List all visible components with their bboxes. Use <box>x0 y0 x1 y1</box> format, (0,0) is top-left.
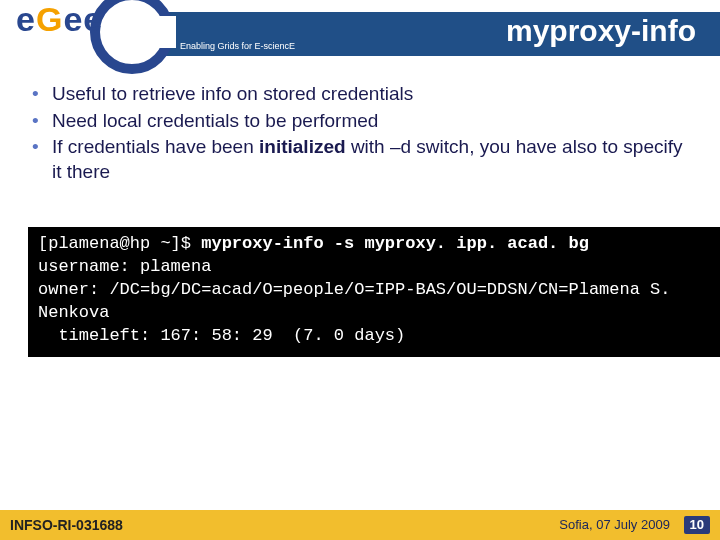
logo-text: eGee <box>16 0 103 39</box>
logo-letter: e <box>63 0 83 38</box>
bullet-bold: initialized <box>259 136 346 157</box>
bullet-text: If credentials have been <box>52 136 259 157</box>
terminal-line: timeleft: 167: 58: 29 (7. 0 days) <box>38 326 405 345</box>
terminal-line: owner: /DC=bg/DC=acad/O=people/O=IPP-BAS… <box>38 280 681 322</box>
content-body: Useful to retrieve info on stored creden… <box>0 64 720 357</box>
page-number: 10 <box>684 516 710 534</box>
logo-letter: G <box>36 0 63 38</box>
bullet-list: Useful to retrieve info on stored creden… <box>28 82 692 185</box>
footer-left: INFSO-RI-031688 <box>0 517 123 533</box>
footer: INFSO-RI-031688 Sofia, 07 July 2009 10 <box>0 510 720 540</box>
bullet-text: Useful to retrieve info on stored creden… <box>52 83 413 104</box>
logo-letter: e <box>16 0 36 38</box>
logo-letter: e <box>83 0 103 38</box>
page-title: myproxy-info <box>506 14 696 48</box>
terminal-line: username: plamena <box>38 257 211 276</box>
slide: eGee myproxy-info Enabling Grids for E-s… <box>0 0 720 540</box>
header: eGee myproxy-info Enabling Grids for E-s… <box>0 0 720 64</box>
egee-logo: eGee <box>4 0 164 66</box>
bullet-text: Need local credentials to be performed <box>52 110 378 131</box>
footer-location-date: Sofia, 07 July 2009 <box>559 517 670 532</box>
terminal-command: myproxy-info -s myproxy. ipp. acad. bg <box>201 234 589 253</box>
terminal-block: [plamena@hp ~]$ myproxy-info -s myproxy.… <box>28 227 720 358</box>
logo-tagline: Enabling Grids for E-sciencE <box>180 41 295 51</box>
footer-right: Sofia, 07 July 2009 10 <box>559 516 720 534</box>
list-item: Useful to retrieve info on stored creden… <box>28 82 692 107</box>
list-item: Need local credentials to be performed <box>28 109 692 134</box>
list-item: If credentials have been initialized wit… <box>28 135 692 184</box>
terminal-prompt: [plamena@hp ~]$ <box>38 234 201 253</box>
